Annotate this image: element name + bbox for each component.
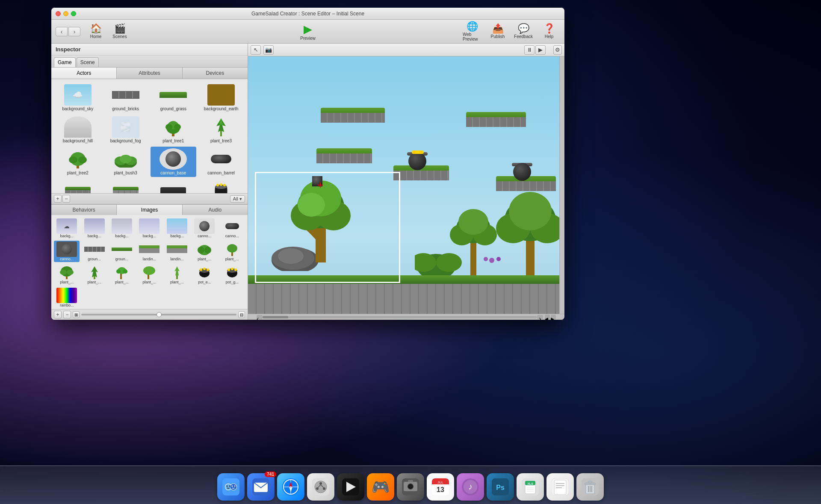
dock-trash[interactable] — [576, 473, 604, 501]
view-larger-btn[interactable]: ▸ — [551, 315, 556, 320]
scroll-thumb[interactable] — [263, 316, 288, 318]
actor-landing3[interactable]: landing3 — [151, 179, 197, 193]
actor-background-sky[interactable]: ☁️ background_sky — [55, 83, 101, 113]
game-tab[interactable]: Game — [54, 57, 76, 67]
feedback-button[interactable]: 💬 Feedback — [512, 21, 535, 42]
actor-background-fog[interactable]: 🌫️ background_fog — [103, 115, 149, 145]
svg-point-83 — [234, 486, 236, 487]
play-button[interactable]: ▶ — [535, 45, 546, 55]
tab-audio[interactable]: Audio — [183, 205, 248, 215]
scroll-right-btn[interactable]: › — [537, 315, 543, 319]
dock-itunes[interactable]: ♪ — [457, 473, 484, 501]
actor-pot-gold[interactable]: pot_gold — [198, 179, 244, 193]
img-item[interactable]: pot_e... — [192, 264, 217, 285]
actor-background-hill[interactable]: background_hill — [55, 115, 101, 145]
add-actor-button[interactable]: + — [54, 195, 62, 203]
actor-plant-tree1[interactable]: plant_tree1 — [151, 115, 197, 145]
img-item[interactable]: backg... — [109, 218, 135, 239]
tab-actors[interactable]: Actors — [51, 68, 117, 79]
tab-devices[interactable]: Devices — [183, 68, 248, 79]
tab-images[interactable]: Images — [117, 205, 182, 215]
img-item[interactable]: backg... — [136, 218, 162, 239]
img-item[interactable]: plant_... — [136, 264, 162, 285]
filter-dropdown[interactable]: All ▾ — [230, 195, 245, 203]
img-item-selected[interactable]: canno... — [54, 241, 80, 262]
img-item[interactable]: plant_... — [192, 241, 217, 262]
scenes-button[interactable]: 🎬 Scenes — [109, 21, 131, 42]
scene-scrollbar[interactable]: ‹ › ◂ ▸ — [248, 314, 564, 320]
svg-point-20 — [223, 184, 226, 186]
scroll-left-btn[interactable]: ‹ — [257, 315, 263, 319]
game-scene[interactable] — [248, 56, 564, 314]
svg-rect-32 — [120, 273, 122, 279]
actor-plant-tree3[interactable]: plant_tree3 — [198, 115, 244, 145]
img-item[interactable]: plant_... — [164, 264, 190, 285]
img-item[interactable]: groun... — [109, 241, 135, 262]
scene-scroll-track[interactable] — [263, 316, 537, 318]
actor-plant-tree2[interactable]: plant_tree2 — [55, 147, 101, 177]
actor-landing1[interactable]: landing1 — [55, 179, 101, 193]
minimize-button[interactable] — [63, 11, 68, 16]
publish-button[interactable]: 📤 Publish — [487, 21, 509, 42]
img-item[interactable]: rainbo... — [54, 287, 80, 308]
vertical-scrollbar[interactable] — [559, 56, 564, 314]
home-button[interactable]: 🏠 Home — [85, 21, 107, 42]
dock-photoshop[interactable]: Ps — [487, 473, 514, 501]
img-item[interactable]: backg... — [164, 218, 190, 239]
dock-textedit[interactable] — [546, 473, 574, 501]
img-item[interactable]: plant_... — [81, 264, 107, 285]
actor-cannon-base[interactable]: cannon_base — [151, 147, 197, 177]
dock-safari[interactable] — [277, 473, 304, 501]
scene-tab[interactable]: Scene — [77, 57, 99, 67]
grid-view-btn[interactable]: ⊞ — [73, 311, 80, 318]
scene-camera-tool[interactable]: 📷 — [263, 45, 274, 55]
svg-point-19 — [220, 183, 222, 186]
img-item[interactable]: plant_... — [54, 264, 80, 285]
remove-image-button[interactable]: − — [63, 311, 71, 318]
dock-finder[interactable] — [217, 473, 245, 501]
dock-finalcut[interactable] — [337, 473, 364, 501]
img-item[interactable]: landin... — [164, 241, 190, 262]
img-item[interactable]: backg... — [81, 218, 107, 239]
tab-attributes[interactable]: Attributes — [117, 68, 182, 79]
svg-point-47 — [227, 268, 230, 271]
settings-button[interactable]: ⚙ — [553, 45, 562, 55]
img-item[interactable]: canno... — [219, 218, 245, 239]
tab-behaviors[interactable]: Behaviors — [51, 205, 117, 215]
actor-landing2[interactable]: landing2 — [103, 179, 149, 193]
pause-button[interactable]: ⏸ — [524, 45, 535, 55]
img-item[interactable]: plant_... — [109, 264, 135, 285]
dock-screenshot[interactable] — [397, 473, 424, 501]
dock-calendar[interactable]: 13 JUL — [427, 473, 454, 501]
actor-ground-bricks[interactable]: ground_bricks — [103, 83, 149, 113]
actor-ground-grass[interactable]: ground_grass — [151, 83, 197, 113]
img-item[interactable]: plant_... — [219, 241, 245, 262]
scene-pointer-tool[interactable]: ↖ — [251, 45, 261, 55]
dock-mail[interactable]: 741 — [247, 473, 275, 501]
web-preview-button[interactable]: 🌐 Web Preview — [461, 21, 483, 42]
actor-background-earth[interactable]: background_earth — [198, 83, 244, 113]
img-item[interactable]: canno... — [192, 218, 217, 239]
help-button[interactable]: ❓ Help — [538, 21, 560, 42]
dock-puzzle[interactable]: 🎮 — [367, 473, 394, 501]
maximize-button[interactable] — [71, 11, 76, 16]
img-item[interactable]: pot_g... — [219, 264, 245, 285]
dock-directory[interactable] — [307, 473, 334, 501]
actor-cannon-barrel[interactable]: cannon_barrel — [198, 147, 244, 177]
back-button[interactable]: ‹ — [56, 27, 68, 36]
add-image-button[interactable]: + — [54, 311, 62, 318]
preview-button[interactable]: ▶ Preview — [300, 23, 316, 41]
view-smaller-btn[interactable]: ◂ — [545, 315, 550, 320]
svg-text:XLS: XLS — [527, 482, 533, 485]
img-item[interactable]: groun... — [81, 241, 107, 262]
remove-actor-button[interactable]: − — [62, 195, 70, 203]
img-item[interactable]: landin... — [136, 241, 162, 262]
forward-button[interactable]: › — [68, 27, 80, 36]
close-button[interactable] — [56, 11, 61, 16]
dock-filemanager[interactable]: XLS — [517, 473, 544, 501]
actor-plant-bush3[interactable]: plant_bush3 — [103, 147, 149, 177]
img-item[interactable]: ☁ backg... — [54, 218, 80, 239]
grid-view-btn2[interactable]: ⊟ — [238, 311, 245, 318]
zoom-slider[interactable] — [81, 314, 236, 315]
finder-icon — [222, 478, 239, 495]
